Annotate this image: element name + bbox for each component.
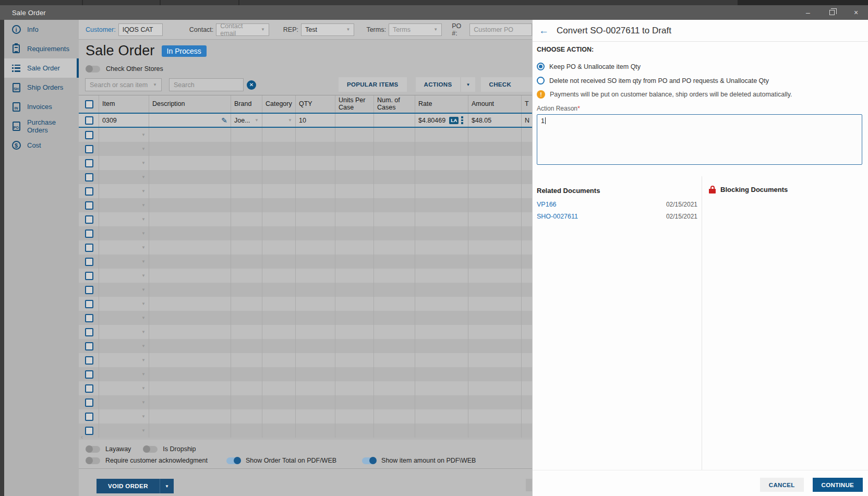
chevron-down-icon[interactable]: ▼ bbox=[141, 344, 146, 348]
chevron-down-icon[interactable]: ▼ bbox=[141, 231, 146, 236]
scroll-left-icon[interactable]: ‹ bbox=[81, 433, 83, 440]
show-order-total-toggle[interactable] bbox=[226, 457, 240, 464]
chevron-down-icon[interactable]: ▼ bbox=[141, 259, 146, 264]
row-checkbox[interactable] bbox=[85, 229, 93, 238]
doc-link-sho-0027611[interactable]: SHO-0027611 bbox=[537, 213, 578, 220]
row-checkbox[interactable] bbox=[85, 145, 93, 153]
row-checkbox[interactable] bbox=[85, 356, 93, 365]
layaway-toggle[interactable] bbox=[86, 446, 100, 453]
is-dropship-toggle[interactable] bbox=[143, 446, 158, 453]
chevron-down-icon[interactable]: ▼ bbox=[141, 203, 146, 208]
row-checkbox[interactable] bbox=[85, 328, 93, 336]
chevron-down-icon[interactable]: ▼ bbox=[141, 386, 146, 391]
customer-input[interactable]: IQOS CAT bbox=[118, 23, 163, 36]
radio-keep-po[interactable]: Keep PO & Unallocate item Qty bbox=[537, 63, 641, 70]
chevron-down-icon[interactable]: ▼ bbox=[141, 428, 146, 433]
layaway-badge[interactable]: LA bbox=[449, 117, 459, 124]
row-checkbox[interactable] bbox=[85, 314, 93, 322]
require-ack-toggle[interactable] bbox=[86, 457, 100, 464]
sidebar-item-purchase-orders[interactable]: PO Purchase Orders bbox=[4, 116, 79, 136]
table-row: ▼ bbox=[79, 283, 532, 297]
row-checkbox[interactable] bbox=[85, 398, 93, 407]
chevron-down-icon[interactable]: ▼ bbox=[141, 245, 146, 250]
chevron-down-icon[interactable]: ▼ bbox=[141, 273, 146, 278]
sidebar-item-label: Invoices bbox=[27, 103, 52, 111]
chevron-down-icon[interactable]: ▼ bbox=[141, 175, 146, 179]
row-checkbox[interactable] bbox=[85, 300, 93, 308]
chevron-down-icon[interactable]: ▼ bbox=[141, 414, 146, 419]
radio-delete-not-received[interactable]: Delete not received SO item qty from PO … bbox=[537, 77, 769, 84]
chevron-down-icon[interactable]: ▼ bbox=[141, 132, 146, 137]
row-checkbox[interactable] bbox=[85, 159, 93, 167]
chevron-down-icon[interactable]: ▼ bbox=[141, 161, 146, 165]
row-checkbox[interactable] bbox=[85, 384, 93, 393]
restore-button[interactable] bbox=[820, 5, 844, 20]
chevron-down-icon[interactable]: ▼ bbox=[141, 301, 146, 306]
continue-button[interactable]: CONTINUE bbox=[813, 478, 863, 492]
check-other-stores-toggle[interactable] bbox=[86, 66, 100, 72]
chevron-down-icon: ▼ bbox=[430, 27, 438, 32]
close-button[interactable]: × bbox=[844, 5, 868, 20]
chevron-down-icon[interactable]: ▼ bbox=[141, 287, 146, 292]
sidebar-item-ship-orders[interactable]: SH Ship Orders bbox=[4, 78, 79, 97]
chevron-down-icon[interactable]: ▼ bbox=[141, 372, 146, 377]
table-row: ▼ bbox=[79, 367, 532, 381]
chevron-down-icon[interactable]: ▼ bbox=[141, 189, 146, 193]
rep-select[interactable]: Test▼ bbox=[301, 23, 354, 36]
list-icon bbox=[10, 63, 22, 74]
sidebar-item-invoices[interactable]: IN Invoices bbox=[4, 97, 79, 116]
row-checkbox[interactable] bbox=[85, 413, 93, 421]
doc-link-vp166[interactable]: VP166 bbox=[537, 201, 557, 208]
edit-pencil-icon[interactable]: ✎ bbox=[221, 116, 227, 125]
popular-items-button[interactable]: POPULAR ITEMS bbox=[339, 77, 406, 92]
action-reason-textarea[interactable]: 1 bbox=[537, 114, 862, 165]
po-input[interactable]: Customer PO bbox=[469, 23, 532, 36]
row-menu-icon[interactable] bbox=[461, 116, 463, 124]
row-checkbox[interactable] bbox=[85, 173, 93, 182]
row-checkbox[interactable] bbox=[85, 370, 93, 379]
col-brand: Brand bbox=[231, 95, 262, 113]
row-checkbox[interactable] bbox=[85, 244, 93, 252]
row-checkbox[interactable] bbox=[85, 342, 93, 350]
search-input[interactable]: Search bbox=[169, 78, 244, 91]
void-order-dropdown-button[interactable]: ▼ bbox=[160, 479, 174, 493]
cell-brand[interactable]: Joe...▼ bbox=[231, 114, 262, 127]
clear-search-icon[interactable]: ✕ bbox=[247, 80, 256, 90]
row-checkbox[interactable] bbox=[85, 201, 93, 210]
row-checkbox[interactable] bbox=[85, 258, 93, 266]
terms-select[interactable]: Terms▼ bbox=[389, 23, 442, 36]
chevron-down-icon[interactable]: ▼ bbox=[141, 358, 146, 362]
chevron-down-icon[interactable]: ▼ bbox=[141, 147, 146, 151]
sidebar-item-sale-order[interactable]: Sale Order bbox=[4, 58, 79, 78]
cell-category[interactable]: ▼ bbox=[262, 114, 296, 127]
row-checkbox[interactable] bbox=[85, 272, 93, 280]
void-order-button[interactable]: VOID ORDER bbox=[97, 479, 160, 493]
chevron-down-icon[interactable]: ▼ bbox=[141, 217, 146, 222]
minimize-button[interactable]: – bbox=[796, 5, 820, 20]
chevron-down-icon[interactable]: ▼ bbox=[141, 400, 146, 405]
sidebar-item-requirements[interactable]: Requirements bbox=[4, 39, 79, 58]
chevron-down-icon[interactable]: ▼ bbox=[141, 330, 146, 334]
table-row: ▼ bbox=[79, 353, 532, 367]
chevron-down-icon[interactable]: ▼ bbox=[141, 316, 146, 320]
row-checkbox[interactable] bbox=[85, 131, 93, 139]
item-scan-select[interactable]: Search or scan item▼ bbox=[85, 78, 162, 91]
back-arrow-icon[interactable]: ← bbox=[539, 26, 549, 35]
table-row-selected[interactable]: 0309 ✎ Joe...▼ ▼ 10 $4.80469 LA $ bbox=[79, 113, 532, 128]
sidebar-item-info[interactable]: i Info bbox=[4, 20, 79, 39]
actions-dropdown-button[interactable]: ▼ bbox=[461, 77, 475, 92]
check-button[interactable]: CHECK bbox=[481, 77, 532, 92]
contact-select[interactable]: Contact email▼ bbox=[216, 23, 269, 36]
table-row: ▼ bbox=[79, 142, 532, 156]
select-all-checkbox[interactable] bbox=[85, 100, 93, 108]
row-checkbox[interactable] bbox=[85, 215, 93, 224]
row-checkbox[interactable] bbox=[85, 286, 93, 294]
show-item-amount-toggle[interactable] bbox=[362, 457, 376, 464]
row-checkbox[interactable] bbox=[85, 187, 93, 196]
row-checkbox[interactable] bbox=[85, 427, 93, 435]
cancel-button[interactable]: CANCEL bbox=[760, 478, 804, 492]
sidebar-item-cost[interactable]: $ Cost bbox=[4, 136, 79, 155]
row-checkbox[interactable] bbox=[85, 116, 93, 125]
actions-button[interactable]: ACTIONS bbox=[416, 77, 461, 92]
col-rate: Rate bbox=[415, 95, 468, 113]
